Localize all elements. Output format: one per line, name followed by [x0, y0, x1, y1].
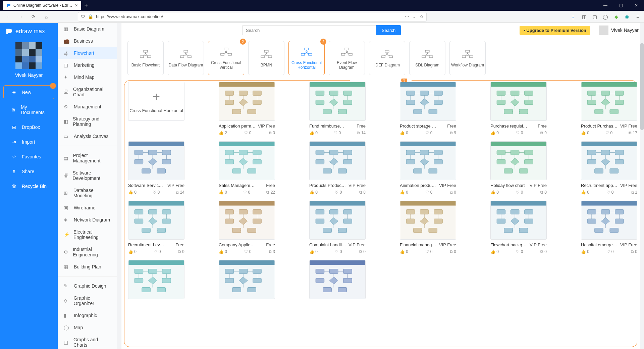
category-industrial-engineering[interactable]: ⚙Industrial Engineering: [58, 243, 117, 261]
type-cross-functional-vertical[interactable]: Cross Functional Vertical2: [208, 41, 244, 75]
nav-reload[interactable]: ⟳: [29, 12, 38, 21]
hearts[interactable]: ♡ 0: [243, 190, 250, 195]
template-card[interactable]: Flowchart backgr…VIP Free 👍 0 ♡ 0 ⧉ 0: [490, 201, 547, 254]
type-bpmn[interactable]: BPMN: [248, 41, 284, 75]
template-card[interactable]: Hospital emergen…VIP Free 👍 0 ♡ 0 ⧉ 0: [581, 201, 637, 254]
template-thumb[interactable]: [219, 201, 275, 240]
type-cross-functional-horizontal[interactable]: Cross Functional Horizontal2: [288, 41, 325, 75]
template-thumb[interactable]: [400, 201, 456, 240]
likes[interactable]: 👍 0: [400, 249, 408, 254]
sidebar-item-share[interactable]: ⇪Share: [3, 164, 54, 179]
category-business[interactable]: 💼Business: [58, 35, 117, 47]
template-thumb[interactable]: [400, 82, 456, 121]
hearts[interactable]: ♡ 0: [516, 131, 523, 135]
library-icon[interactable]: ▥: [581, 14, 587, 20]
user-menu[interactable]: Vivek Nayyar: [599, 26, 639, 35]
likes[interactable]: 👍 0: [128, 190, 137, 195]
hearts[interactable]: ♡ 0: [335, 190, 342, 195]
template-thumb[interactable]: [128, 201, 184, 240]
type-basic-flowchart[interactable]: Basic Flowchart: [127, 41, 164, 75]
upgrade-banner[interactable]: • Upgrade to Premium Version: [520, 26, 590, 35]
template-card[interactable]: Animation produ…VIP Free 👍 0 ♡ 0 ⧉ 0: [400, 141, 456, 195]
hearts[interactable]: ♡ 0: [606, 190, 613, 195]
sidebar-icon[interactable]: ▢: [592, 14, 598, 20]
category-wireframe[interactable]: ▣Wireframe: [58, 202, 117, 214]
template-card[interactable]: Products Producti…VIP Free 👍 0 ♡ 0 ⧉ 8: [309, 141, 366, 195]
hearts[interactable]: ♡ 0: [606, 249, 613, 254]
nav-forward[interactable]: →: [16, 12, 25, 21]
copies[interactable]: ⧉ 1: [631, 190, 637, 195]
ext2-icon[interactable]: ◉: [624, 14, 630, 20]
menu-icon[interactable]: ≡: [635, 14, 641, 20]
nav-back[interactable]: ←: [3, 12, 13, 21]
copies[interactable]: ⧉ 0: [450, 249, 456, 254]
category-analysis-canvas[interactable]: ▭Analysis Canvas: [58, 130, 117, 142]
account-icon[interactable]: ◯: [602, 14, 608, 20]
search-button[interactable]: Search: [376, 25, 401, 35]
category-graphic-design[interactable]: ✎Graphic Design: [58, 280, 117, 292]
template-card[interactable]: Product storage flow …Free 👍 0 ♡ 0 ⧉ 9: [400, 82, 456, 135]
category-organizational-chart[interactable]: 品Organizational Chart: [58, 83, 117, 101]
search-input[interactable]: [242, 25, 376, 35]
hearts[interactable]: ♡ 0: [516, 190, 523, 195]
template-thumb[interactable]: [581, 82, 637, 121]
template-card[interactable]: Fund reimbursement …Free 👍 0 ♡ 0 ⧉ 14: [309, 82, 366, 135]
copies[interactable]: ⧉ 9: [450, 131, 456, 135]
close-tab-icon[interactable]: ×: [75, 3, 77, 8]
likes[interactable]: 👍 0: [128, 249, 137, 254]
template-card[interactable]: Complaint handli…VIP Free 👍 0 ♡ 0 ⧉ 0: [309, 201, 366, 254]
template-thumb[interactable]: [219, 260, 275, 299]
brand-logo[interactable]: edraw max: [0, 23, 58, 40]
likes[interactable]: 👍 0: [400, 190, 408, 195]
hearts[interactable]: ♡ 0: [425, 190, 432, 195]
hearts[interactable]: ♡ 0: [244, 131, 251, 135]
main-scrollbar-track[interactable]: [640, 23, 644, 349]
template-card[interactable]: Software Service …VIP Free 👍 0 ♡ 0 ⧉ 24: [128, 141, 184, 195]
likes[interactable]: 👍 0: [490, 131, 499, 135]
template-thumb[interactable]: [400, 141, 456, 180]
sidebar-item-dropbox[interactable]: ⊞DropBox: [3, 120, 54, 134]
template-card[interactable]: Company Applies To …Free 👍 0 ♡ 0 ⧉ 3: [219, 201, 275, 254]
template-thumb[interactable]: [309, 201, 366, 240]
copies[interactable]: ⧉ 22: [266, 190, 275, 195]
reader-icon[interactable]: ⌄: [413, 14, 416, 19]
template-thumb[interactable]: [309, 141, 366, 180]
copies[interactable]: ⧉ 9: [540, 131, 547, 135]
hearts[interactable]: ♡ 0: [335, 249, 342, 254]
category-management[interactable]: ⚙Management: [58, 101, 117, 113]
category-electrical-engineering[interactable]: ⚡Electrical Engineering: [58, 226, 117, 243]
bookmark-icon[interactable]: ☆: [420, 14, 424, 19]
template-card[interactable]: Sales Management C…Free 👍 0 ♡ 0 ⧉ 22: [219, 141, 275, 195]
scrollbar-track[interactable]: [117, 23, 121, 349]
hearts[interactable]: ♡ 0: [425, 249, 432, 254]
copies[interactable]: ⧉ 0: [540, 249, 547, 254]
type-data-flow-diagram[interactable]: Data Flow Diagram: [168, 41, 204, 75]
category-project-management[interactable]: ▤Project Management: [58, 149, 117, 167]
template-thumb[interactable]: [309, 82, 366, 121]
likes[interactable]: 👍 0: [309, 131, 318, 135]
copies[interactable]: ⧉ 3: [269, 249, 275, 254]
window-minimize[interactable]: —: [598, 0, 613, 11]
hearts[interactable]: ♡ 0: [244, 249, 251, 254]
category-mind-map[interactable]: ✦Mind Map: [58, 71, 117, 83]
more-icon[interactable]: ⋯: [405, 14, 409, 19]
window-maximize[interactable]: ▢: [613, 0, 629, 11]
type-event-flow-diagram[interactable]: Event Flow Diagram: [329, 41, 365, 75]
template-card[interactable]: Product Purchasi…VIP Free 👍 0 ♡ 0 ⧉ 17: [581, 82, 637, 135]
template-thumb[interactable]: [581, 201, 637, 240]
likes[interactable]: 👍 0: [309, 249, 318, 254]
copies[interactable]: ⧉ 17: [629, 131, 637, 135]
copies[interactable]: ⧉ 8: [359, 190, 366, 195]
copies[interactable]: ⧉ 0: [269, 131, 275, 135]
category-basic-diagram[interactable]: ▦Basic Diagram: [58, 23, 117, 35]
category-strategy-and-planning[interactable]: ◧Strategy and Planning: [58, 113, 117, 130]
template-thumb[interactable]: [128, 141, 184, 180]
hearts[interactable]: ♡ 0: [154, 249, 161, 254]
template-card[interactable]: Recruitment Level Cr…Free 👍 0 ♡ 0 ⧉ 9: [128, 201, 184, 254]
copies[interactable]: ⧉ 24: [176, 190, 184, 195]
template-thumb[interactable]: [581, 141, 637, 180]
hearts[interactable]: ♡ 0: [334, 131, 341, 135]
hearts[interactable]: ♡ 0: [425, 131, 432, 135]
likes[interactable]: 👍 0: [400, 131, 408, 135]
window-close[interactable]: ✕: [629, 0, 644, 11]
